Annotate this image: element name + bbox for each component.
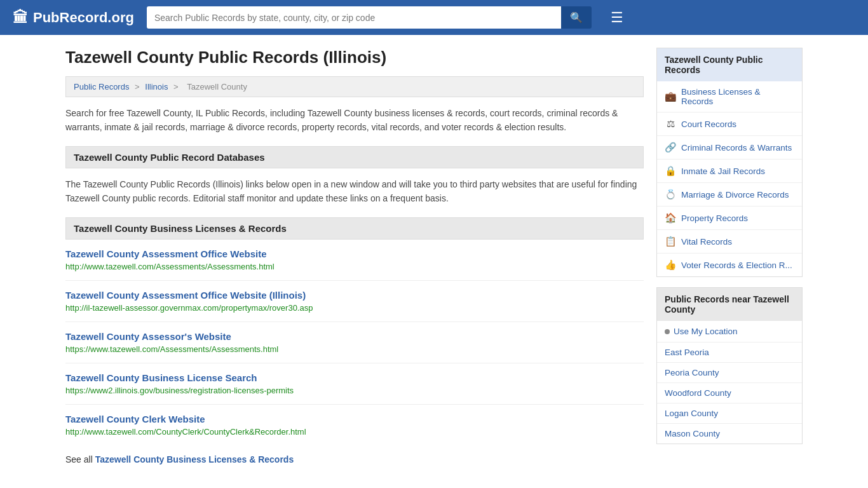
sidebar-record-type-item[interactable]: 🔒Inmate & Jail Records — [657, 159, 802, 183]
sidebar-records-header: Tazewell County Public Records — [657, 48, 802, 81]
nearby-places-list: East PeoriaPeoria CountyWoodford CountyL… — [657, 342, 802, 444]
sidebar-nearby-header: Public Records near Tazewell County — [657, 288, 802, 321]
record-url: http://il-tazewell-assessor.governmax.co… — [65, 303, 313, 313]
sidebar-record-label: Business Licenses & Records — [681, 87, 794, 106]
sidebar-record-icon: 🔗 — [665, 142, 676, 153]
sidebar: Tazewell County Public Records 💼Business… — [656, 48, 803, 464]
sidebar-record-label: Voter Records & Election R... — [681, 261, 792, 270]
nearby-place-item[interactable]: Mason County — [657, 424, 802, 444]
sidebar-record-label: Criminal Records & Warrants — [681, 143, 792, 152]
record-url: http://www.tazewell.com/CountyClerk/Coun… — [65, 427, 306, 437]
records-list: Tazewell County Assessment Office Websit… — [65, 248, 644, 445]
record-title[interactable]: Tazewell County Assessment Office Websit… — [65, 290, 644, 301]
sidebar-record-icon: 💍 — [665, 189, 676, 200]
see-all-text: See all — [65, 454, 93, 464]
breadcrumb: Public Records > Illinois > Tazewell Cou… — [65, 76, 644, 97]
sidebar-records-section: Tazewell County Public Records 💼Business… — [656, 48, 803, 277]
business-section-header: Tazewell County Business Licenses & Reco… — [65, 217, 644, 240]
record-entry: Tazewell County Assessment Office Websit… — [65, 248, 644, 281]
see-all-container: See all Tazewell County Business License… — [65, 454, 644, 464]
location-icon — [665, 329, 670, 334]
record-title[interactable]: Tazewell County Assessor's Website — [65, 331, 644, 342]
databases-description: The Tazewell County Public Records (Illi… — [65, 177, 644, 206]
nearby-place-item[interactable]: Logan County — [657, 403, 802, 424]
page-title: Tazewell County Public Records (Illinois… — [65, 48, 644, 67]
sidebar-record-icon: 🏠 — [665, 212, 676, 224]
logo[interactable]: 🏛 PubRecord.org — [13, 9, 134, 27]
sidebar-record-icon: 👍 — [665, 259, 676, 271]
databases-section-header: Tazewell County Public Record Databases — [65, 146, 644, 168]
search-button[interactable]: 🔍 — [561, 6, 592, 29]
breadcrumb-public-records[interactable]: Public Records — [74, 82, 129, 92]
sidebar-record-type-item[interactable]: 📋Vital Records — [657, 230, 802, 254]
sidebar-record-type-item[interactable]: 🔗Criminal Records & Warrants — [657, 136, 802, 159]
sidebar-record-icon: 🔒 — [665, 165, 676, 177]
breadcrumb-illinois[interactable]: Illinois — [145, 82, 168, 92]
nearby-place-item[interactable]: Peoria County — [657, 363, 802, 383]
nearby-place-item[interactable]: Woodford County — [657, 383, 802, 403]
sidebar-record-type-item[interactable]: 👍Voter Records & Election R... — [657, 254, 802, 276]
menu-icon[interactable]: ☰ — [611, 10, 623, 26]
sidebar-record-icon: ⚖ — [665, 118, 676, 130]
see-all-link[interactable]: Tazewell County Business Licenses & Reco… — [95, 454, 294, 464]
sidebar-record-type-item[interactable]: 🏠Property Records — [657, 207, 802, 230]
sidebar-record-type-item[interactable]: 💼Business Licenses & Records — [657, 81, 802, 112]
page-description: Search for free Tazewell County, IL Publ… — [65, 106, 644, 135]
use-location-label: Use My Location — [674, 327, 738, 336]
record-entry: Tazewell County Business License Search … — [65, 372, 644, 405]
breadcrumb-county: Tazewell County — [187, 82, 247, 92]
record-entry: Tazewell County Assessor's Website https… — [65, 331, 644, 363]
sidebar-record-type-item[interactable]: 💍Marriage & Divorce Records — [657, 183, 802, 207]
site-header: 🏛 PubRecord.org 🔍 ☰ — [0, 0, 868, 35]
search-icon: 🔍 — [570, 12, 583, 23]
breadcrumb-sep2: > — [173, 82, 179, 92]
content-area: Tazewell County Public Records (Illinois… — [65, 48, 644, 464]
record-url: https://www2.illinois.gov/business/regis… — [65, 386, 294, 395]
record-title[interactable]: Tazewell County Assessment Office Websit… — [65, 248, 644, 259]
sidebar-record-type-item[interactable]: ⚖Court Records — [657, 112, 802, 136]
logo-text: PubRecord.org — [33, 10, 134, 26]
sidebar-nearby-section: Public Records near Tazewell County Use … — [656, 287, 803, 444]
search-container: 🔍 — [147, 6, 592, 29]
sidebar-record-label: Marriage & Divorce Records — [681, 190, 789, 200]
sidebar-record-label: Vital Records — [681, 237, 732, 247]
nearby-place-item[interactable]: East Peoria — [657, 342, 802, 363]
record-title[interactable]: Tazewell County Business License Search — [65, 372, 644, 383]
record-title[interactable]: Tazewell County Clerk Website — [65, 414, 644, 424]
record-url: https://www.tazewell.com/Assessments/Ass… — [65, 344, 278, 354]
main-container: Tazewell County Public Records (Illinois… — [53, 35, 815, 477]
sidebar-record-types: 💼Business Licenses & Records⚖Court Recor… — [657, 81, 802, 276]
sidebar-record-label: Court Records — [681, 119, 736, 129]
record-entry: Tazewell County Assessment Office Websit… — [65, 290, 644, 322]
sidebar-record-icon: 📋 — [665, 236, 676, 247]
logo-icon: 🏛 — [13, 9, 28, 27]
sidebar-record-label: Property Records — [681, 214, 748, 223]
sidebar-record-icon: 💼 — [665, 91, 676, 102]
search-input[interactable] — [147, 6, 561, 29]
breadcrumb-sep1: > — [135, 82, 140, 92]
record-entry: Tazewell County Clerk Website http://www… — [65, 414, 644, 445]
sidebar-record-label: Inmate & Jail Records — [681, 166, 765, 176]
record-url: http://www.tazewell.com/Assessments/Asse… — [65, 262, 275, 271]
use-location-button[interactable]: Use My Location — [657, 321, 802, 342]
